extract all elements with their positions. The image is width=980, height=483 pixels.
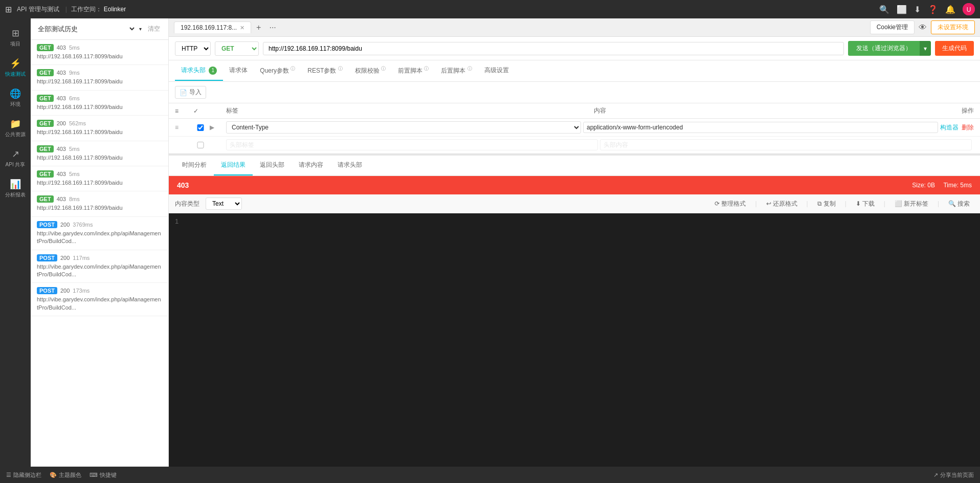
url-input[interactable] — [263, 42, 844, 55]
row-actions: 构造器 删除 — [940, 123, 974, 132]
list-item[interactable]: POST 200 3769ms http://vibe.garydev.com/… — [31, 217, 168, 250]
list-item[interactable]: GET 403 5ms http://192.168.169.117:8099/… — [31, 141, 168, 166]
header-key-input[interactable] — [226, 139, 598, 150]
env-button[interactable]: 未设置环境 — [931, 20, 975, 34]
history-filter-select[interactable]: 全部测试历史 — [36, 25, 136, 33]
sidebar-item-api-share[interactable]: ↗ API 共享 — [0, 143, 31, 173]
send-btn-group: 发送（通过浏览器） ▾ — [848, 41, 931, 56]
tab-return-headers[interactable]: 返回头部 — [253, 156, 292, 175]
method-badge: GET — [37, 195, 54, 203]
sidebar-item-project[interactable]: ⊞ 项目 — [0, 23, 31, 53]
window-icon[interactable]: ⬜ — [897, 5, 907, 14]
sidebar-item-label: 公共资源 — [5, 131, 26, 138]
header-value-input[interactable] — [600, 139, 972, 150]
format-icon: ⟳ — [715, 200, 720, 207]
tab-req-content[interactable]: 请求内容 — [292, 156, 330, 175]
bell-icon[interactable]: 🔔 — [945, 5, 955, 14]
history-panel: 全部测试历史 ▾ 清空 GET 403 5ms http://192.168.1… — [31, 18, 169, 467]
send-dropdown-button[interactable]: ▾ — [920, 41, 931, 56]
sort-handle[interactable]: ≡ — [175, 124, 191, 131]
workspace-name: Eolinker — [104, 6, 126, 13]
method-select[interactable]: GET POST PUT DELETE — [215, 41, 259, 56]
sidebar-item-label: 项目 — [10, 40, 20, 48]
status-code: 403 — [57, 171, 66, 177]
tab-post-script[interactable]: 后置脚本 ⓘ — [435, 60, 478, 81]
apps-icon[interactable]: ⊞ — [5, 5, 12, 14]
share-current-page-button[interactable]: ↗ 分享当前页面 — [933, 471, 974, 479]
copy-button[interactable]: ⧉ 复制 — [813, 198, 840, 210]
list-item[interactable]: GET 403 5ms http://192.168.169.117:8099/… — [31, 166, 168, 191]
tab-time-analysis[interactable]: 时间分析 — [175, 156, 214, 175]
theme-color-button[interactable]: 🎨 主题颜色 — [50, 471, 81, 479]
shortcuts-button[interactable]: ⌨ 快捷键 — [90, 471, 117, 479]
new-tab-button[interactable]: ⬜ 新开标签 — [890, 198, 932, 210]
tab-query-params[interactable]: Query参数 ⓘ — [254, 60, 301, 81]
tab-pre-script[interactable]: 前置脚本 ⓘ — [392, 60, 435, 81]
status-code: 403 — [57, 45, 66, 51]
protocol-select[interactable]: HTTP — [175, 41, 211, 56]
method-badge: GET — [37, 44, 54, 51]
search-icon[interactable]: 🔍 — [879, 5, 889, 14]
top-header: ⊞ API 管理与测试 | 工作空间： Eolinker 🔍 ⬜ ⬇ ❓ 🔔 U — [0, 0, 980, 18]
list-item[interactable]: GET 403 8ms http://192.168.169.117:8099/… — [31, 191, 168, 216]
sidebar-item-analytics[interactable]: 📊 分析报表 — [0, 173, 31, 204]
tab-rest-params[interactable]: REST参数 ⓘ — [301, 60, 348, 81]
duration: 9ms — [69, 70, 80, 76]
preview-icon[interactable]: 👁 — [919, 23, 927, 32]
status-code: 403 — [57, 196, 66, 202]
sidebar-item-public-resource[interactable]: 📁 公共资源 — [0, 113, 31, 143]
method-badge: GET — [37, 95, 54, 102]
restore-icon: ↩ — [766, 200, 771, 207]
download-icon[interactable]: ⬇ — [914, 5, 921, 14]
list-item[interactable]: GET 403 5ms http://192.168.169.117:8099/… — [31, 40, 168, 65]
help-icon[interactable]: ❓ — [928, 5, 938, 14]
more-tabs-button[interactable]: ··· — [266, 22, 279, 33]
search-icon: 🔍 — [948, 200, 956, 207]
list-item[interactable]: GET 200 562ms http://192.168.169.117:809… — [31, 116, 168, 141]
list-item[interactable]: POST 200 173ms http://vibe.garydev.com/i… — [31, 283, 168, 316]
cookie-manager-button[interactable]: Cookie管理 — [870, 20, 915, 34]
row-expand[interactable]: ▶ — [210, 124, 224, 131]
duration: 3769ms — [73, 222, 93, 228]
avatar[interactable]: U — [963, 3, 975, 15]
sidebar-item-quick-test[interactable]: ⚡ 快速测试 — [0, 53, 31, 83]
close-icon[interactable]: ✕ — [240, 25, 244, 31]
info-icon: ⓘ — [424, 66, 429, 71]
restore-format-button[interactable]: ↩ 还原格式 — [762, 198, 801, 210]
history-url: http://192.168.169.117:8099/baidu — [37, 179, 162, 187]
row-checkbox[interactable] — [193, 142, 208, 148]
tab-item[interactable]: 192.168.169.117:8... ✕ — [174, 21, 251, 33]
search-button[interactable]: 🔍 搜索 — [944, 198, 974, 210]
import-button[interactable]: 📄 导入 — [175, 86, 206, 99]
history-url: http://192.168.169.117:8099/baidu — [37, 78, 162, 85]
clear-history-button[interactable]: 清空 — [145, 24, 163, 34]
content-type-select[interactable]: Text JSON XML HTML — [206, 197, 242, 210]
tab-advanced[interactable]: 高级设置 — [478, 61, 515, 81]
tab-req-header[interactable]: 请求头部 1 — [175, 61, 223, 81]
delete-button[interactable]: 删除 — [962, 123, 974, 132]
add-tab-button[interactable]: + — [253, 22, 264, 33]
download-button[interactable]: ⬇ 下载 — [852, 198, 879, 210]
req-header-badge: 1 — [209, 67, 217, 75]
tab-return-result[interactable]: 返回结果 — [214, 156, 253, 175]
duration: 562ms — [69, 120, 86, 126]
tab-req-headers-result[interactable]: 请求头部 — [330, 156, 369, 175]
list-item[interactable]: GET 403 9ms http://192.168.169.117:8099/… — [31, 65, 168, 90]
sidebar-item-label: 环境 — [10, 101, 20, 108]
sidebar-item-env[interactable]: 🌐 环境 — [0, 83, 31, 113]
header-key-select[interactable]: Content-Type — [226, 121, 581, 134]
generate-code-button[interactable]: 生成代码 — [935, 41, 974, 56]
header-value-input[interactable] — [583, 122, 938, 133]
send-button[interactable]: 发送（通过浏览器） — [848, 41, 920, 56]
construct-button[interactable]: 构造器 — [940, 123, 959, 132]
tab-auth[interactable]: 权限校验 ⓘ — [349, 60, 392, 81]
tab-req-body[interactable]: 请求体 — [223, 61, 254, 81]
duration: 117ms — [73, 255, 90, 261]
format-button[interactable]: ⟳ 整理格式 — [710, 198, 750, 210]
row-checkbox[interactable] — [193, 124, 208, 131]
hide-sidebar-button[interactable]: ☰ 隐藏侧边栏 — [6, 471, 41, 479]
list-item[interactable]: GET 403 6ms http://192.168.169.117:8099/… — [31, 91, 168, 116]
list-item[interactable]: POST 200 117ms http://vibe.garydev.com/i… — [31, 250, 168, 283]
project-icon: ⊞ — [12, 28, 19, 39]
divider: | — [845, 200, 847, 207]
